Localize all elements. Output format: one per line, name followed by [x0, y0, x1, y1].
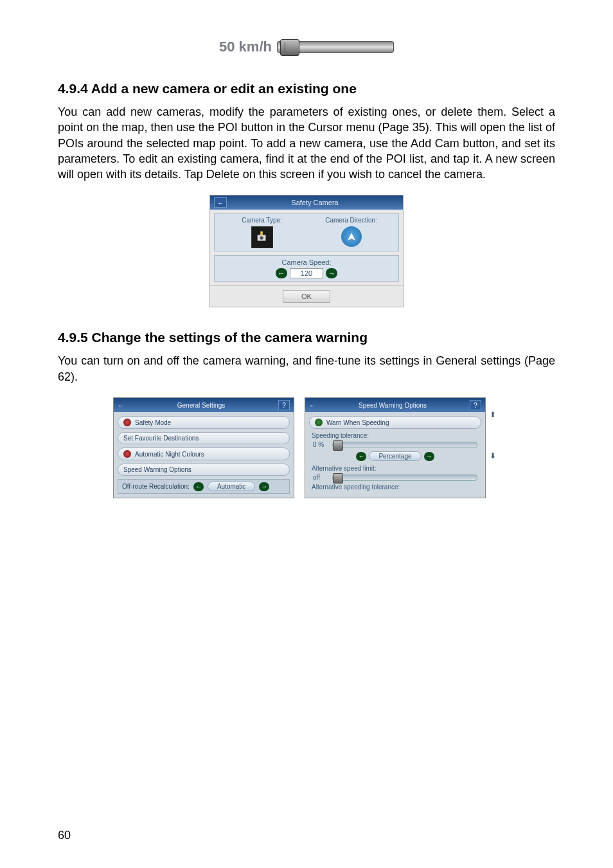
page-number: 60	[58, 829, 71, 842]
slider-thumb	[280, 39, 299, 56]
alt-tolerance-label: Alternative speeding tolerance:	[312, 484, 481, 491]
alt-limit-value: off	[313, 474, 328, 481]
ok-button: OK	[283, 290, 330, 303]
svg-rect-2	[260, 231, 263, 235]
section-heading-change-settings: 4.9.5 Change the settings of the camera …	[58, 330, 555, 345]
help-icon: ?	[278, 400, 290, 410]
arrow-right-icon: →	[424, 452, 434, 461]
off-route-label: Off-route Recalculation:	[122, 483, 190, 490]
help-icon: ?	[470, 400, 481, 410]
panel-title: General Settings	[124, 402, 278, 409]
back-icon: ←	[214, 197, 227, 208]
slider-label: 50 km/h	[219, 39, 272, 55]
warn-speeding-row: Warn When Speeding	[309, 416, 481, 429]
arrow-left-icon: ←	[193, 482, 204, 491]
toggle-icon	[123, 450, 131, 458]
speed-warning-panel: ← Speed Warning Options ? Warn When Spee…	[305, 397, 486, 498]
slider-thumb	[333, 440, 343, 451]
back-icon: ←	[118, 402, 124, 409]
alt-limit-slider	[332, 475, 477, 481]
scroll-up-icon: ⬆	[488, 400, 497, 429]
percentage-label: Percentage	[369, 451, 421, 461]
speed-slider-figure: 50 km/h	[58, 39, 555, 55]
scroll-down-icon: ⬇	[488, 441, 497, 471]
panel-title: Speed Warning Options	[315, 402, 470, 409]
arrow-right-icon: →	[259, 482, 269, 491]
speed-value: 120	[290, 268, 323, 278]
panel-title: Safety Camera	[231, 199, 399, 206]
camera-type-label: Camera Type:	[217, 217, 306, 224]
toggle-icon	[315, 419, 323, 426]
toggle-icon	[123, 419, 131, 426]
row-label: Automatic Night Colours	[135, 451, 204, 458]
arrow-left-icon: ←	[356, 452, 366, 461]
row-label: Warn When Speeding	[326, 419, 389, 426]
row-label: Safety Mode	[135, 419, 171, 426]
row-label: Set Favourite Destinations	[123, 435, 199, 442]
set-favourite-row: Set Favourite Destinations	[118, 432, 290, 444]
tolerance-slider	[332, 442, 477, 448]
row-label: Speed Warning Options	[123, 466, 191, 473]
general-settings-panel: ← General Settings ? Safety Mode Set Fav…	[113, 397, 294, 498]
camera-direction-icon	[341, 226, 362, 247]
back-icon: ←	[309, 402, 315, 409]
off-route-value: Automatic	[208, 482, 255, 491]
tolerance-value: 0 %	[313, 441, 328, 448]
safety-mode-row: Safety Mode	[118, 416, 290, 429]
camera-type-icon	[251, 226, 273, 248]
off-route-row: Off-route Recalculation: ← Automatic →	[118, 479, 290, 494]
alt-limit-label: Alternative speed limit:	[312, 465, 481, 472]
speed-minus-icon: ←	[276, 268, 287, 278]
speed-warning-row: Speed Warning Options	[118, 464, 290, 476]
section-body-change-settings: You can turn on and off the camera warni…	[58, 353, 555, 384]
camera-direction-label: Camera Direction:	[306, 217, 396, 224]
speed-plus-icon: →	[326, 268, 337, 278]
tolerance-label: Speeding tolerance:	[312, 432, 481, 439]
svg-point-1	[260, 237, 263, 240]
section-heading-add-camera: 4.9.4 Add a new camera or edit an existi…	[58, 81, 555, 96]
slider-thumb	[333, 473, 343, 484]
camera-speed-label: Camera Speed:	[217, 258, 396, 266]
safety-camera-panel: ← Safety Camera Camera Type: Camera Dire…	[209, 195, 404, 307]
night-colours-row: Automatic Night Colours	[118, 448, 290, 460]
section-body-add-camera: You can add new cameras, modify the para…	[58, 104, 555, 182]
slider-track	[277, 41, 394, 53]
